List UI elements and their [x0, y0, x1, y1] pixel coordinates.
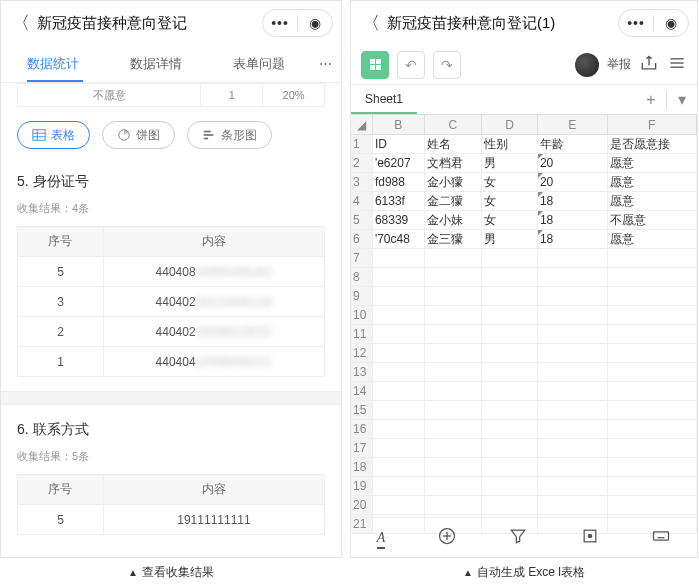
row-number[interactable]: 7 — [351, 249, 373, 267]
row-number[interactable]: 20 — [351, 496, 373, 514]
hamburger-icon[interactable] — [667, 53, 687, 77]
cell[interactable] — [425, 287, 483, 305]
cell[interactable] — [482, 477, 538, 495]
cell[interactable] — [425, 325, 483, 343]
cell[interactable]: 女 — [482, 211, 538, 229]
cell[interactable]: ID — [373, 135, 425, 153]
corner-cell[interactable]: ◢ — [351, 115, 373, 134]
cell[interactable]: 男 — [482, 230, 538, 248]
view-grid-button[interactable] — [361, 51, 389, 79]
row-number[interactable]: 8 — [351, 268, 373, 286]
grid-row[interactable]: 17 — [351, 439, 697, 458]
row-number[interactable]: 6 — [351, 230, 373, 248]
close-target-icon[interactable]: ◉ — [654, 15, 688, 31]
grid-row[interactable]: 7 — [351, 249, 697, 268]
grid-row[interactable]: 2'e6207文档君男20愿意 — [351, 154, 697, 173]
cell[interactable] — [425, 458, 483, 476]
cell[interactable] — [373, 249, 425, 267]
more-icon[interactable]: ••• — [619, 15, 653, 31]
cell[interactable] — [373, 325, 425, 343]
tab-details[interactable]: 数据详情 — [104, 55, 207, 73]
grid-row[interactable]: 6'70c48金三獴男18愿意 — [351, 230, 697, 249]
grid-row[interactable]: 9 — [351, 287, 697, 306]
spreadsheet[interactable]: ◢ B C D E F 1ID姓名性别年龄是否愿意接2'e6207文档君男20愿… — [351, 115, 697, 534]
cell[interactable] — [538, 268, 608, 286]
add-button[interactable] — [437, 526, 457, 550]
cell[interactable] — [538, 420, 608, 438]
row-number[interactable]: 14 — [351, 382, 373, 400]
cell[interactable] — [482, 420, 538, 438]
cell[interactable]: 姓名 — [425, 135, 483, 153]
sheet-dropdown-icon[interactable]: ▾ — [667, 90, 697, 109]
cell[interactable] — [608, 363, 697, 381]
cell[interactable] — [608, 325, 697, 343]
cell[interactable] — [482, 458, 538, 476]
cell[interactable] — [608, 420, 697, 438]
cell[interactable]: 20 — [538, 154, 608, 172]
grid-row[interactable]: 15 — [351, 401, 697, 420]
cell[interactable] — [425, 382, 483, 400]
cell[interactable]: 20 — [538, 173, 608, 191]
cell[interactable] — [608, 382, 697, 400]
cell[interactable] — [373, 458, 425, 476]
grid-row[interactable]: 20 — [351, 496, 697, 515]
row-number[interactable]: 15 — [351, 401, 373, 419]
cell[interactable] — [482, 439, 538, 457]
tab-stats[interactable]: 数据统计 — [1, 55, 104, 73]
cell[interactable]: 18 — [538, 211, 608, 229]
keyboard-button[interactable] — [651, 526, 671, 550]
col-E[interactable]: E — [538, 115, 608, 134]
redo-button[interactable]: ↷ — [433, 51, 461, 79]
cell[interactable]: 18 — [538, 230, 608, 248]
grid-row[interactable]: 1ID姓名性别年龄是否愿意接 — [351, 135, 697, 154]
row-number[interactable]: 2 — [351, 154, 373, 172]
cell[interactable] — [373, 496, 425, 514]
cell[interactable]: 是否愿意接 — [608, 135, 697, 153]
cell[interactable]: '70c48 — [373, 230, 425, 248]
cell[interactable]: 68339 — [373, 211, 425, 229]
cell[interactable] — [482, 287, 538, 305]
row-number[interactable]: 16 — [351, 420, 373, 438]
cell[interactable]: 不愿意 — [608, 211, 697, 229]
cell[interactable] — [373, 344, 425, 362]
cell[interactable] — [538, 439, 608, 457]
cell[interactable] — [538, 363, 608, 381]
grid-row[interactable]: 3fd988金小獴女20愿意 — [351, 173, 697, 192]
report-link[interactable]: 举报 — [607, 56, 631, 73]
row-number[interactable]: 1 — [351, 135, 373, 153]
cell[interactable] — [538, 306, 608, 324]
cell[interactable] — [608, 439, 697, 457]
cell[interactable]: 'e6207 — [373, 154, 425, 172]
cell[interactable] — [538, 382, 608, 400]
cell[interactable] — [373, 420, 425, 438]
row-number[interactable]: 17 — [351, 439, 373, 457]
filter-button[interactable] — [508, 526, 528, 550]
grid-row[interactable]: 8 — [351, 268, 697, 287]
col-B[interactable]: B — [373, 115, 425, 134]
grid-row[interactable]: 14 — [351, 382, 697, 401]
cell[interactable] — [538, 458, 608, 476]
cell[interactable] — [373, 287, 425, 305]
cell[interactable] — [482, 268, 538, 286]
col-F[interactable]: F — [608, 115, 697, 134]
cell[interactable]: 文档君 — [425, 154, 483, 172]
row-number[interactable]: 10 — [351, 306, 373, 324]
grid-row[interactable]: 18 — [351, 458, 697, 477]
cell[interactable] — [482, 325, 538, 343]
cell[interactable] — [608, 268, 697, 286]
grid-row[interactable]: 11 — [351, 325, 697, 344]
capsule-menu[interactable]: ••• ◉ — [618, 9, 689, 37]
sheet-tab[interactable]: Sheet1 — [351, 85, 417, 114]
grid-row[interactable]: 19 — [351, 477, 697, 496]
cell[interactable] — [608, 496, 697, 514]
chart-table-button[interactable]: 表格 — [17, 121, 90, 149]
capsule-menu[interactable]: ••• ◉ — [262, 9, 333, 37]
cell[interactable]: 愿意 — [608, 173, 697, 191]
scan-button[interactable] — [580, 526, 600, 550]
chart-pie-button[interactable]: 饼图 — [102, 121, 175, 149]
cell[interactable] — [482, 496, 538, 514]
cell[interactable] — [482, 382, 538, 400]
row-number[interactable]: 18 — [351, 458, 373, 476]
cell[interactable]: 金三獴 — [425, 230, 483, 248]
col-C[interactable]: C — [425, 115, 483, 134]
